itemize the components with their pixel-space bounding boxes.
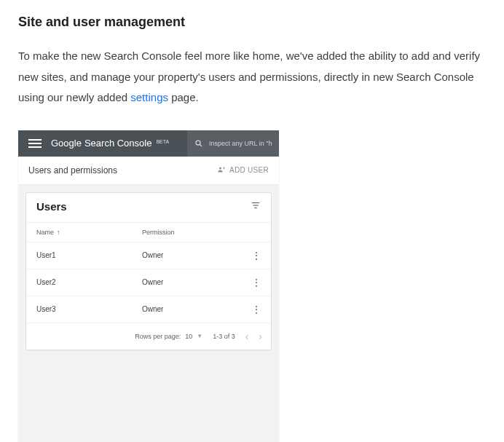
search-icon [194, 139, 203, 148]
cell-name: User2 [36, 278, 142, 286]
brand-bold: Google [51, 138, 82, 149]
app-topbar: Google Search Console BETA Inspect any U… [18, 130, 279, 157]
settings-link[interactable]: settings [130, 91, 168, 103]
svg-rect-7 [254, 207, 257, 208]
add-user-icon [217, 165, 226, 175]
table-row: User2 Owner ⋮ [26, 269, 271, 296]
search-placeholder: Inspect any URL in "htt [209, 140, 272, 147]
paragraph-text-after: page. [168, 91, 199, 103]
rows-per-page-value[interactable]: 10 [185, 333, 192, 340]
svg-point-2 [219, 167, 221, 169]
svg-line-1 [200, 144, 202, 146]
section-heading: Site and user management [18, 15, 486, 30]
subbar-title: Users and permissions [28, 165, 117, 175]
cell-name: User1 [36, 251, 142, 259]
table-row: User3 Owner ⋮ [26, 296, 271, 323]
svg-rect-6 [253, 205, 259, 205]
cell-permission: Owner [142, 251, 248, 259]
next-page-icon[interactable]: › [259, 331, 262, 342]
app-screenshot: Google Search Console BETA Inspect any U… [18, 130, 279, 443]
search-input[interactable]: Inspect any URL in "htt [187, 130, 279, 157]
svg-point-0 [196, 141, 200, 145]
card-title: Users [36, 200, 67, 213]
add-user-button[interactable]: ADD USER [217, 165, 269, 175]
row-more-icon[interactable]: ⋮ [248, 304, 265, 315]
app-brand: Google Search Console BETA [51, 138, 169, 149]
table-footer: Rows per page: 10 ▼ 1-3 of 3 ‹ › [26, 323, 271, 350]
pagination-range: 1-3 of 3 [213, 333, 235, 340]
column-header-name[interactable]: Name ↑ [36, 229, 142, 236]
dropdown-icon[interactable]: ▼ [197, 333, 202, 339]
sort-asc-icon: ↑ [57, 229, 60, 236]
menu-icon[interactable] [28, 139, 42, 148]
cell-permission: Owner [142, 305, 248, 313]
brand-light: Search Console [84, 138, 152, 149]
row-more-icon[interactable]: ⋮ [248, 277, 265, 288]
table-row: User1 Owner ⋮ [26, 242, 271, 269]
column-header-permission[interactable]: Permission [142, 229, 248, 236]
paragraph-text-before: To make the new Search Console feel more… [18, 50, 480, 103]
rows-per-page-label: Rows per page: [135, 333, 181, 340]
cell-name: User3 [36, 305, 142, 313]
prev-page-icon[interactable]: ‹ [245, 331, 249, 342]
filter-icon[interactable] [251, 200, 261, 213]
add-user-label: ADD USER [229, 166, 269, 174]
cell-permission: Owner [142, 278, 248, 286]
beta-badge: BETA [156, 139, 169, 144]
subbar: Users and permissions ADD USER [18, 157, 279, 185]
svg-rect-4 [224, 167, 224, 169]
table-header: Name ↑ Permission [26, 223, 271, 242]
row-more-icon[interactable]: ⋮ [248, 250, 265, 261]
svg-rect-5 [252, 202, 260, 202]
column-name-label: Name [36, 229, 54, 236]
section-paragraph: To make the new Search Console feel more… [18, 46, 486, 108]
users-card: Users Name ↑ Permission User1 Owner ⋮ Us [25, 192, 272, 350]
empty-area [18, 358, 279, 443]
